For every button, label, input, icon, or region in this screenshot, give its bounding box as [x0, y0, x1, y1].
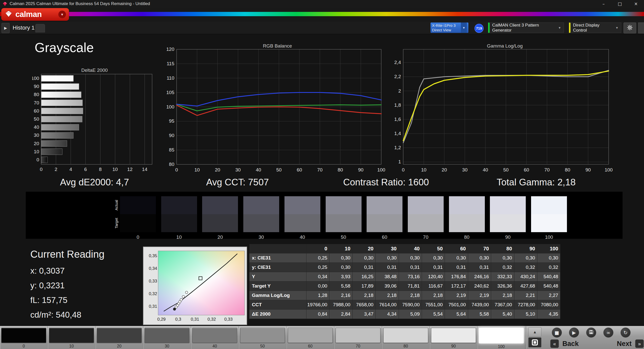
svg-text:80: 80	[169, 162, 174, 167]
table-cell: 2,21	[514, 291, 537, 300]
chevron-down-icon[interactable]: ▼	[58, 11, 66, 18]
refresh-icon: ↻	[624, 330, 628, 335]
window-title: Calman 2025 Calman Ultimate for Business…	[10, 1, 150, 6]
link-button[interactable]: ∞	[603, 328, 613, 338]
svg-text:60: 60	[34, 108, 39, 114]
svg-text:80: 80	[565, 167, 570, 172]
table-cell: 2,18	[399, 291, 422, 300]
close-icon[interactable]: ×	[628, 0, 644, 8]
stop-button[interactable]: ■	[552, 328, 562, 338]
pattern-generator-dropdown[interactable]: CalMAN Client 3 Pattern Generator ▼	[488, 23, 564, 33]
grayscale-swatch-10: 10	[161, 196, 197, 240]
pattern-button-0[interactable]	[1, 328, 46, 343]
back-label[interactable]: Back	[562, 340, 579, 348]
table-cell: 19766,00	[306, 300, 329, 310]
pattern-button-80[interactable]	[383, 328, 428, 343]
svg-text:105: 105	[166, 90, 174, 95]
svg-text:50: 50	[34, 116, 39, 122]
table-cell: 116,67	[422, 281, 445, 291]
table-cell: 7988,00	[329, 300, 352, 310]
table-cell: 5,10	[514, 310, 537, 319]
table-cell: 0,30	[514, 253, 537, 263]
pattern-button-90[interactable]	[431, 328, 476, 343]
table-cell: 5,58	[468, 310, 491, 319]
refresh-button[interactable]: ↻	[621, 328, 631, 338]
svg-text:60: 60	[297, 167, 302, 172]
contrast-ratio-stat: Contrast Ratio: 1600	[343, 177, 429, 188]
table-cell: 2,18	[353, 291, 376, 300]
svg-text:1,2: 1,2	[394, 145, 401, 150]
chevron-up-icon: ▲	[533, 330, 537, 334]
navigation-row: « Back Next »	[550, 339, 644, 348]
table-cell: 0,30	[422, 253, 445, 263]
table-column-header	[249, 244, 306, 253]
pattern-slot-20: 20	[96, 326, 143, 349]
pattern-button-100[interactable]	[479, 328, 524, 343]
pattern-button-20[interactable]	[97, 328, 142, 343]
pattern-button-60[interactable]	[288, 328, 333, 343]
table-cell: 326,36	[491, 281, 514, 291]
rgb-balance-chart: 0102030405060708090100808590951001051101…	[164, 43, 394, 173]
table-cell: 240,62	[468, 281, 491, 291]
swatch-target	[490, 214, 526, 232]
svg-text:2: 2	[398, 88, 401, 94]
collapse-up-button[interactable]: ▲	[528, 327, 541, 337]
svg-text:40: 40	[483, 167, 488, 172]
table-cell: 2,18	[422, 291, 445, 300]
tab-history-1[interactable]: History 1	[13, 22, 35, 34]
reading-y: y: 0,3231	[30, 278, 105, 293]
grayscale-swatch-70: 70	[408, 196, 444, 240]
swatch-level-label: 20	[202, 234, 238, 240]
meter-status-badge[interactable]: 719	[474, 24, 484, 33]
next-label[interactable]: Next	[617, 340, 632, 348]
svg-text:115: 115	[167, 61, 174, 66]
svg-text:30: 30	[462, 167, 467, 172]
swatch-level-label: 80	[449, 234, 485, 240]
reading-x: x: 0,3037	[30, 264, 105, 278]
calman-menu-button[interactable]: calman ▼	[1, 8, 69, 21]
svg-text:0,33: 0,33	[224, 317, 233, 322]
minimize-icon[interactable]: –	[595, 0, 612, 8]
table-cell: 0,31	[445, 263, 468, 272]
svg-text:Gamma Log/Log: Gamma Log/Log	[487, 43, 523, 49]
play-button[interactable]: ▶	[569, 328, 579, 338]
svg-text:20: 20	[215, 167, 220, 172]
swatch-target	[284, 214, 320, 232]
swatch-actual	[326, 196, 362, 214]
pattern-button-30[interactable]	[145, 328, 189, 343]
grayscale-swatch-100: 100	[531, 196, 567, 240]
back-chevron-button[interactable]: «	[550, 339, 559, 348]
table-row-label: Gamma Log/Log	[249, 291, 306, 300]
grayscale-swatch-strip: Actual Target 0102030405060708090100	[26, 192, 623, 239]
calman-window: Calman 2025 Calman Ultimate for Business…	[0, 0, 644, 349]
app-icon	[3, 2, 7, 6]
pattern-button-40[interactable]	[192, 328, 237, 343]
edge-panel-button[interactable]	[638, 23, 644, 33]
restore-icon[interactable]: □	[612, 0, 628, 8]
cie-chromaticity-panel: 0,310,320,330,340,350,290,30,310,320,33	[143, 247, 247, 325]
table-cell: 0,30	[468, 253, 491, 263]
table-cell: 430,24	[514, 272, 537, 281]
svg-text:0,34: 0,34	[149, 266, 157, 271]
display-control-dropdown[interactable]: Direct Display Control ▼	[569, 23, 621, 33]
brand-bar: calman ▼	[0, 8, 644, 22]
table-cell: 0,30	[329, 263, 352, 272]
stop-icon: ■	[555, 330, 559, 335]
meter-dropdown[interactable]: X-Rite i1Pro 3 Direct View ▼	[431, 23, 468, 33]
settings-button[interactable]	[624, 23, 636, 33]
pattern-window-icon	[532, 339, 538, 345]
svg-text:DeltaE 2000: DeltaE 2000	[81, 68, 108, 73]
table-column-header: 30	[376, 244, 399, 253]
svg-text:100: 100	[166, 104, 174, 110]
pattern-window-button[interactable]	[528, 337, 541, 347]
pattern-button-50[interactable]	[240, 328, 285, 343]
pattern-button-70[interactable]	[336, 328, 380, 343]
reading-fl: fL: 157,75	[30, 293, 105, 308]
pattern-level-label: 0	[0, 344, 47, 348]
history-tab-stub[interactable]	[35, 24, 45, 32]
pattern-button-10[interactable]	[49, 328, 94, 343]
tab-expander-button[interactable]: ▶	[2, 23, 10, 33]
table-cell: 0,25	[306, 253, 329, 263]
next-chevron-button[interactable]: »	[635, 339, 644, 348]
save-button[interactable]	[586, 328, 596, 338]
